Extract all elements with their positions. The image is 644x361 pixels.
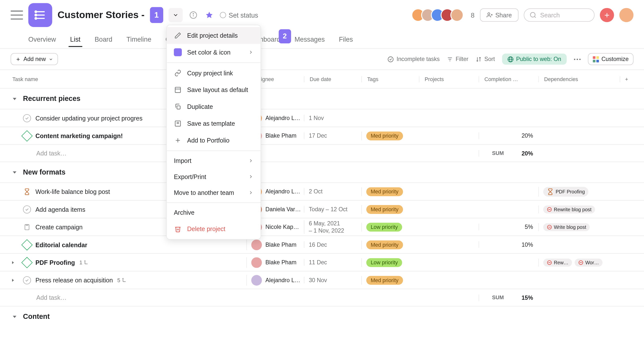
add-task-row[interactable]: Add task…SUM15% [0, 289, 644, 306]
sort-button[interactable]: Sort [476, 56, 495, 63]
search-input[interactable]: Search [524, 9, 595, 22]
task-complete-icon[interactable] [21, 257, 32, 268]
more-options[interactable] [574, 58, 581, 60]
project-actions-dropdown[interactable] [168, 8, 182, 22]
completion-cell[interactable]: 5% [478, 224, 538, 230]
menu-import[interactable]: Import [167, 153, 260, 169]
section-header[interactable]: Content [0, 306, 644, 327]
menu-edit-project[interactable]: Edit project details [167, 27, 260, 44]
star-icon[interactable] [204, 10, 214, 20]
task-complete-icon[interactable] [21, 239, 32, 250]
due-date-cell[interactable]: 2 Oct [304, 188, 362, 195]
task-complete-icon[interactable] [23, 114, 31, 122]
col-completion[interactable]: Completion … [478, 76, 538, 82]
col-due-date[interactable]: Due date [304, 76, 362, 82]
col-projects[interactable]: Projects [419, 76, 478, 82]
due-date-cell[interactable]: 6 May, 2021– 1 Nov, 2022 [304, 220, 362, 234]
menu-delete[interactable]: Delete project [167, 220, 260, 237]
menu-set-color[interactable]: Set color & icon [167, 44, 260, 61]
deps-cell[interactable]: Write blog post [538, 223, 620, 231]
add-task-row[interactable]: Add task…SUM20% [0, 144, 644, 162]
sidebar-toggle[interactable] [11, 11, 23, 20]
tab-list[interactable]: List [68, 32, 82, 47]
menu-duplicate[interactable]: Duplicate [167, 98, 260, 115]
completion-cell[interactable]: 10% [478, 241, 538, 248]
tab-board[interactable]: Board [93, 32, 114, 47]
share-button[interactable]: Share [480, 9, 518, 22]
task-row[interactable]: Editorial calendarBlake Pham16 DecMed pr… [0, 236, 644, 253]
tab-files[interactable]: Files [337, 32, 355, 47]
section-header[interactable]: New formats [0, 162, 644, 182]
assignee-avatar [251, 239, 262, 250]
expand-toggle[interactable] [11, 278, 18, 282]
tags-cell[interactable]: Med priority [362, 276, 419, 285]
due-date-cell[interactable]: Today – 12 Oct [304, 206, 362, 213]
task-row[interactable]: Work-life balance blog postAlejandro L…2… [0, 182, 644, 200]
menu-copy-link[interactable]: Copy project link [167, 65, 260, 82]
assignee-cell[interactable]: Blake Pham [246, 257, 304, 268]
col-dependencies[interactable]: Dependencies [538, 76, 620, 82]
tab-messages[interactable]: Messages [293, 32, 326, 47]
col-tags[interactable]: Tags [362, 76, 419, 82]
tab-overview[interactable]: Overview [26, 32, 58, 47]
filter-button[interactable]: Filter [447, 56, 468, 63]
incomplete-filter[interactable]: Incomplete tasks [388, 56, 440, 63]
public-status[interactable]: Public to web: On [502, 54, 567, 65]
tags-cell[interactable]: Med priority [362, 187, 419, 196]
dependency-pill[interactable]: Rew… [543, 258, 572, 266]
tags-cell[interactable]: Low priority [362, 222, 419, 231]
global-add-button[interactable]: + [600, 8, 614, 22]
tags-cell[interactable]: Med priority [362, 240, 419, 249]
menu-save-layout[interactable]: Save layout as default [167, 82, 260, 98]
svg-marker-9 [206, 12, 212, 18]
dependency-pill[interactable]: PDF Proofing [543, 187, 588, 196]
task-row[interactable]: Create campaignNicole Kap…6 May, 2021– 1… [0, 218, 644, 236]
task-complete-icon[interactable] [23, 276, 31, 284]
expand-toggle[interactable] [11, 260, 18, 264]
tags-cell[interactable]: Med priority [362, 205, 419, 214]
member-avatars[interactable] [412, 9, 464, 22]
task-row[interactable]: Add agenda itemsDaniela Var…Today – 12 O… [0, 200, 644, 218]
section-header[interactable]: Recurrent pieces [0, 89, 644, 109]
task-name: Consider updating your project progres [36, 115, 142, 122]
due-date-cell[interactable]: 11 Dec [304, 259, 362, 266]
completion-cell[interactable]: 20% [478, 132, 538, 139]
task-complete-icon[interactable] [23, 205, 31, 213]
info-icon[interactable] [188, 10, 199, 20]
user-avatar[interactable] [619, 8, 633, 22]
task-row[interactable]: Consider updating your project progresAl… [0, 109, 644, 126]
menu-move-team[interactable]: Move to another team [167, 185, 260, 201]
task-name: Press release on acquisition [36, 276, 113, 284]
menu-export[interactable]: Export/Print [167, 169, 260, 184]
dependency-pill[interactable]: Rewrite blog post [543, 205, 595, 213]
tab-timeline[interactable]: Timeline [124, 32, 153, 47]
add-new-button[interactable]: Add new [11, 53, 58, 65]
add-column-button[interactable]: + [620, 76, 633, 82]
deps-cell[interactable]: Rewrite blog post [538, 205, 620, 213]
due-date-cell[interactable]: 30 Nov [304, 277, 362, 284]
svg-rect-17 [177, 106, 180, 109]
set-status-button[interactable]: Set status [220, 12, 258, 19]
dependency-pill[interactable]: Write blog post [543, 223, 590, 231]
menu-save-template[interactable]: Save as template [167, 115, 260, 132]
task-complete-icon[interactable] [23, 223, 31, 231]
assignee-cell[interactable]: Blake Pham [246, 239, 304, 250]
deps-cell[interactable]: Rew…Wor… [538, 258, 620, 266]
tags-cell[interactable]: Med priority [362, 131, 419, 140]
menu-archive[interactable]: Archive [167, 205, 260, 220]
due-date-cell[interactable]: 16 Dec [304, 241, 362, 248]
due-date-cell[interactable]: 1 Nov [304, 115, 362, 122]
task-complete-icon[interactable] [21, 130, 32, 141]
due-date-cell[interactable]: 17 Dec [304, 132, 362, 139]
tags-cell[interactable]: Low priority [362, 258, 419, 267]
dependency-pill[interactable]: Wor… [575, 258, 602, 266]
task-row[interactable]: Press release on acquisition5 Alejandro … [0, 271, 644, 289]
task-row[interactable]: PDF Proofing1 Blake Pham11 DecLow priori… [0, 253, 644, 271]
task-row[interactable]: Content marketing campaign!Blake Pham17 … [0, 127, 644, 144]
task-complete-icon[interactable] [23, 187, 31, 195]
menu-add-portfolio[interactable]: Add to Portfolio [167, 132, 260, 149]
customize-button[interactable]: Customize [588, 53, 634, 65]
deps-cell[interactable]: PDF Proofing [538, 187, 620, 196]
assignee-cell[interactable]: Alejandro L… [246, 275, 304, 285]
task-name: Editorial calendar [36, 241, 88, 248]
